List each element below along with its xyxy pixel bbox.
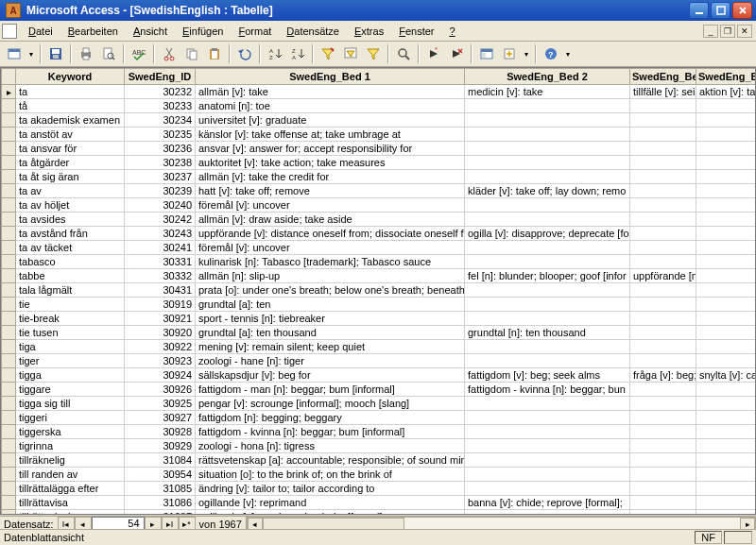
cell-b2[interactable] bbox=[465, 99, 630, 113]
cell-id[interactable]: 30925 bbox=[125, 397, 196, 411]
cell-b4[interactable] bbox=[696, 142, 757, 156]
cell-b3[interactable] bbox=[630, 156, 696, 170]
cell-b4[interactable] bbox=[696, 213, 757, 227]
table-row[interactable]: ta av30239hatt [v]: take off; removekläd… bbox=[2, 184, 757, 198]
cell-b3[interactable] bbox=[630, 439, 696, 453]
table-row[interactable]: ta åtgärder30238auktoritet [v]: take act… bbox=[2, 156, 757, 170]
cell-b1[interactable]: sällskapsdjur [v]: beg for bbox=[196, 368, 465, 383]
cell-b4[interactable] bbox=[696, 113, 757, 128]
table-row[interactable]: ta avstånd från30243uppförande [v]: dist… bbox=[2, 227, 757, 241]
filter-form-button[interactable] bbox=[340, 43, 361, 64]
cell-b4[interactable] bbox=[696, 298, 757, 312]
cell-b4[interactable] bbox=[696, 269, 757, 283]
cell-b2[interactable] bbox=[465, 482, 630, 496]
cell-b4[interactable] bbox=[696, 453, 757, 468]
cell-b3[interactable] bbox=[630, 113, 696, 128]
cell-b4[interactable] bbox=[696, 156, 757, 170]
cell-id[interactable]: 30233 bbox=[125, 99, 196, 113]
cell-b4[interactable] bbox=[696, 128, 757, 142]
cell-id[interactable]: 30243 bbox=[125, 227, 196, 241]
table-row[interactable]: tala lågmält30431prata [o]: under one's … bbox=[2, 283, 757, 298]
cell-b4[interactable] bbox=[696, 283, 757, 298]
row-selector[interactable] bbox=[2, 354, 16, 368]
cell-b3[interactable] bbox=[630, 298, 696, 312]
row-selector[interactable] bbox=[2, 170, 16, 184]
row-selector[interactable] bbox=[2, 496, 16, 510]
cell-b2[interactable]: grundtal [n]: ten thousand bbox=[465, 326, 630, 340]
new-object-button[interactable] bbox=[499, 43, 520, 64]
table-row[interactable]: ▸ta30232allmän [v]: takemedicin [v]: tak… bbox=[2, 85, 757, 99]
maximize-button[interactable] bbox=[711, 2, 730, 19]
cell-id[interactable]: 30232 bbox=[125, 85, 196, 99]
column-header[interactable]: Keyword bbox=[16, 69, 125, 85]
cell-kw[interactable]: ta anstöt av bbox=[16, 128, 125, 142]
cell-id[interactable]: 30241 bbox=[125, 241, 196, 255]
cell-id[interactable]: 30239 bbox=[125, 184, 196, 198]
delete-record-button[interactable] bbox=[446, 43, 467, 64]
cell-b1[interactable]: rättsvetenskap [a]: accountable; respons… bbox=[196, 453, 465, 468]
cell-kw[interactable]: tigga bbox=[16, 368, 125, 383]
cell-b3[interactable] bbox=[630, 468, 696, 482]
cell-kw[interactable]: ta ansvar för bbox=[16, 142, 125, 156]
cell-b3[interactable] bbox=[630, 213, 696, 227]
cell-b3[interactable] bbox=[630, 340, 696, 354]
child-minimize-button[interactable]: _ bbox=[703, 25, 718, 38]
table-row[interactable]: ta ansvar för30236ansvar [v]: answer for… bbox=[2, 142, 757, 156]
new-record-button[interactable]: * bbox=[423, 43, 444, 64]
row-selector[interactable] bbox=[2, 156, 16, 170]
menu-bearbeiten[interactable]: Bearbeiten bbox=[60, 24, 126, 39]
cell-id[interactable]: 30237 bbox=[125, 170, 196, 184]
cell-id[interactable]: 30331 bbox=[125, 255, 196, 269]
cell-id[interactable]: 31086 bbox=[125, 496, 196, 510]
cell-b4[interactable] bbox=[696, 170, 757, 184]
cell-kw[interactable]: tå bbox=[16, 99, 125, 113]
cell-b1[interactable]: auktoritet [v]: take action; take measur… bbox=[196, 156, 465, 170]
cell-b2[interactable] bbox=[465, 439, 630, 453]
table-row[interactable]: tillrättavisning31087ogillande [n]: repr… bbox=[2, 510, 757, 516]
cell-b1[interactable]: hatt [v]: take off; remove bbox=[196, 184, 465, 198]
cell-b4[interactable] bbox=[696, 227, 757, 241]
cell-kw[interactable]: tie bbox=[16, 298, 125, 312]
cell-b2[interactable] bbox=[465, 425, 630, 439]
row-selector[interactable] bbox=[2, 397, 16, 411]
cut-button[interactable] bbox=[159, 43, 180, 64]
row-selector[interactable] bbox=[2, 411, 16, 425]
table-row[interactable]: tabasco30331kulinarisk [n]: Tabasco [tra… bbox=[2, 255, 757, 269]
table-row[interactable]: till randen av30954situation [o]: to the… bbox=[2, 468, 757, 482]
table-row[interactable]: tillräknelig31084rättsvetenskap [a]: acc… bbox=[2, 453, 757, 468]
cell-id[interactable]: 30954 bbox=[125, 468, 196, 482]
cell-b2[interactable]: kläder [v]: take off; lay down; remo bbox=[465, 184, 630, 198]
cell-id[interactable]: 30921 bbox=[125, 312, 196, 326]
column-header[interactable]: SwedEng_Bed bbox=[630, 69, 696, 85]
cell-b3[interactable] bbox=[630, 425, 696, 439]
print-button[interactable] bbox=[76, 43, 96, 64]
cell-b2[interactable] bbox=[465, 312, 630, 326]
cell-b1[interactable]: mening [v]: remain silent; keep quiet bbox=[196, 340, 465, 354]
cell-b2[interactable] bbox=[465, 510, 630, 516]
row-selector[interactable] bbox=[2, 142, 16, 156]
cell-b1[interactable]: ogillande [v]: reprimand bbox=[196, 496, 465, 510]
cell-b4[interactable] bbox=[696, 383, 757, 397]
row-selector[interactable] bbox=[2, 326, 16, 340]
row-selector[interactable] bbox=[2, 439, 16, 453]
cell-b3[interactable] bbox=[630, 283, 696, 298]
cell-id[interactable]: 30929 bbox=[125, 439, 196, 453]
row-selector[interactable] bbox=[2, 453, 16, 468]
cell-b2[interactable] bbox=[465, 213, 630, 227]
cell-b4[interactable] bbox=[696, 241, 757, 255]
cell-kw[interactable]: tiggare bbox=[16, 383, 125, 397]
cell-kw[interactable]: tabbe bbox=[16, 269, 125, 283]
cell-b4[interactable] bbox=[696, 340, 757, 354]
row-selector[interactable] bbox=[2, 425, 16, 439]
menu-ansicht[interactable]: Ansicht bbox=[126, 24, 175, 39]
cell-id[interactable]: 30927 bbox=[125, 411, 196, 425]
cell-id[interactable]: 30236 bbox=[125, 142, 196, 156]
cell-b1[interactable]: anatomi [n]: toe bbox=[196, 99, 465, 113]
cell-b3[interactable] bbox=[630, 184, 696, 198]
cell-b3[interactable] bbox=[630, 312, 696, 326]
cell-kw[interactable]: tigga sig till bbox=[16, 397, 125, 411]
cell-b1[interactable]: känslor [v]: take offense at; take umbra… bbox=[196, 128, 465, 142]
cell-b2[interactable] bbox=[465, 397, 630, 411]
cell-b4[interactable] bbox=[696, 99, 757, 113]
cell-id[interactable]: 31084 bbox=[125, 453, 196, 468]
